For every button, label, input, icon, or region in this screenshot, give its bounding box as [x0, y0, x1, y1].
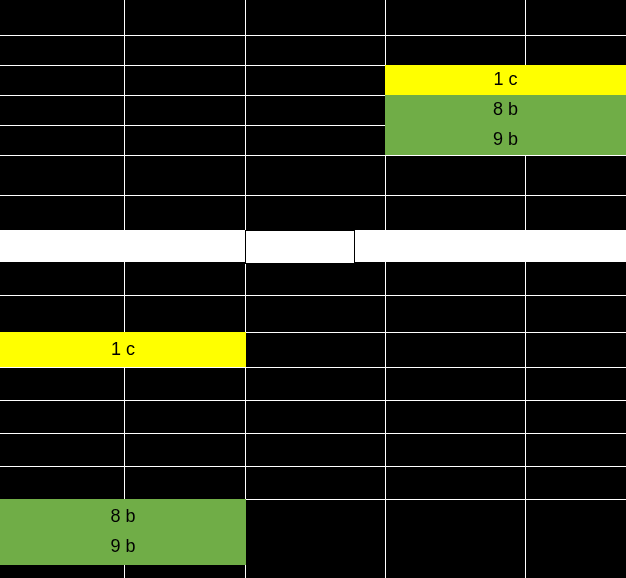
h-line: [0, 35, 626, 36]
v-guide: [385, 262, 386, 578]
label-top-green1: 8 b: [385, 99, 626, 120]
h-line: [0, 367, 626, 368]
label-bot-green1: 8 b: [0, 506, 246, 527]
label-top-yellow: 1 c: [385, 69, 626, 90]
h-line: [0, 155, 626, 156]
h-line: [0, 195, 626, 196]
h-line: [0, 466, 626, 467]
label-mid-yellow: 1 c: [0, 339, 246, 360]
gap-box: [245, 230, 355, 264]
h-line: [0, 400, 626, 401]
diagram-stage: 1 c 8 b 9 b 1 c 8 b 9 b: [0, 0, 626, 578]
label-top-green2: 9 b: [385, 129, 626, 150]
v-guide: [525, 262, 526, 578]
h-line: [0, 295, 626, 296]
h-line: [0, 433, 626, 434]
label-bot-green2: 9 b: [0, 536, 246, 557]
